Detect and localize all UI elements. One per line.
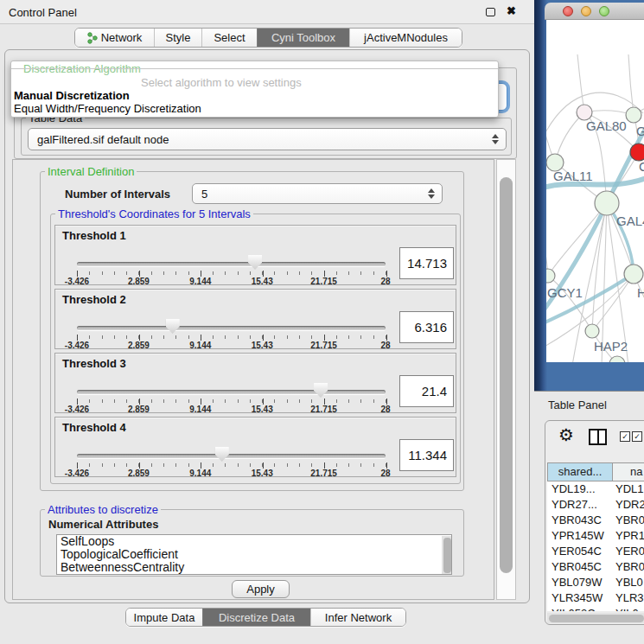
- table-row[interactable]: YER054CYER0: [547, 544, 644, 559]
- table-row[interactable]: YPR145WYPR1: [547, 528, 644, 544]
- slider-thumb[interactable]: [314, 383, 328, 398]
- combobox-arrows-icon: [492, 134, 500, 144]
- threshold-value-field[interactable]: 6.316: [399, 311, 454, 343]
- table-row[interactable]: YDL19...YDL1: [547, 481, 644, 497]
- tab-style[interactable]: Style: [154, 29, 201, 47]
- slider-thumb[interactable]: [215, 447, 229, 462]
- tick-label: 21.715: [310, 341, 337, 350]
- node-label-ga: GA: [636, 124, 644, 138]
- vertical-scrollbar[interactable]: [496, 159, 516, 600]
- threshold-label: Threshold 2: [62, 293, 126, 306]
- threshold-value-field[interactable]: 14.713: [399, 247, 454, 279]
- tab-label: Style: [166, 31, 191, 44]
- major-tick: [324, 271, 325, 277]
- node-label-h: H: [637, 285, 644, 300]
- zoom-traffic-light-icon[interactable]: [599, 6, 609, 16]
- slider-track[interactable]: [77, 262, 386, 266]
- tick-label: 2.859: [128, 469, 150, 478]
- attribute-list-item[interactable]: BetweennessCentrality: [57, 561, 451, 574]
- slider-thumb[interactable]: [166, 319, 180, 334]
- tick-label: -3.426: [65, 469, 89, 478]
- close-icon[interactable]: ✖: [507, 4, 516, 17]
- horizontal-scrollbar[interactable]: [547, 613, 644, 623]
- close-traffic-light-icon[interactable]: [563, 6, 573, 16]
- threshold-value-field[interactable]: 21.4: [399, 375, 454, 407]
- network-canvas[interactable]: GAL80 GA C GAL11 GAL4 GCY1 H HAP2: [546, 20, 644, 362]
- thresholds-group-label: Threshold's Coordinates for 5 Intervals: [55, 207, 253, 220]
- bottom-tabs: Impute Data Discretize Data Infer Networ…: [125, 608, 406, 627]
- table-cell: YPR1: [612, 528, 644, 544]
- slider-track[interactable]: [77, 390, 386, 394]
- column-header-shared[interactable]: shared...: [548, 463, 613, 481]
- number-of-intervals-combobox[interactable]: 5: [192, 183, 443, 204]
- scrollbar-thumb[interactable]: [500, 177, 513, 573]
- popup-item-manual-discretization[interactable]: Manual Discretization: [14, 89, 130, 102]
- float-window-icon[interactable]: [486, 8, 495, 16]
- list-scrollbar[interactable]: [442, 536, 452, 575]
- slider-track[interactable]: [77, 454, 386, 458]
- checked-checkbox-icon[interactable]: ✓: [620, 431, 630, 442]
- scrollbar-thumb[interactable]: [549, 615, 644, 622]
- attributes-group-label: Attributes to discretize: [45, 503, 161, 516]
- tab-cyni-toolbox[interactable]: Cyni Toolbox: [257, 29, 349, 47]
- table-data-combobox[interactable]: galFiltered.sif default node: [28, 128, 507, 150]
- threshold-1-slider[interactable]: [77, 255, 386, 272]
- tab-select[interactable]: Select: [201, 29, 257, 47]
- threshold-value-field[interactable]: 11.344: [399, 439, 454, 471]
- table-cell: YLR345W: [547, 590, 612, 606]
- table-row[interactable]: YBR043CYBR0: [547, 513, 644, 528]
- major-tick: [201, 462, 201, 469]
- table-row[interactable]: YLR345WYLR3: [547, 590, 644, 606]
- tick-label: 15.43: [252, 341, 273, 350]
- threshold-2-slider[interactable]: [77, 319, 386, 336]
- tab-jactivemnodules[interactable]: jActiveMNodules: [349, 29, 462, 47]
- table-cell: YBR0: [612, 513, 644, 528]
- node-label-gal11: GAL11: [553, 169, 593, 183]
- threshold-3-slider[interactable]: [77, 383, 386, 400]
- threshold-4-slider[interactable]: [77, 447, 386, 464]
- network-graph[interactable]: GAL80 GA C GAL11 GAL4 GCY1 H HAP2: [546, 20, 644, 362]
- tab-discretize-data[interactable]: Discretize Data: [202, 609, 310, 626]
- table-row[interactable]: YIL052CYIL0: [547, 606, 644, 611]
- attribute-list-item[interactable]: TopologicalCoefficient: [57, 548, 451, 561]
- tab-impute-data[interactable]: Impute Data: [126, 609, 202, 626]
- tick-label: 21.715: [310, 277, 337, 286]
- slider-tick-labels: -3.4262.8599.14415.4321.71528: [77, 341, 386, 350]
- tab-infer-network[interactable]: Infer Network: [310, 609, 405, 626]
- major-tick: [324, 335, 325, 341]
- node-hap2: [585, 324, 599, 338]
- table-cell: YER0: [612, 544, 644, 559]
- minimize-traffic-light-icon[interactable]: [581, 6, 591, 16]
- tab-label: jActiveMNodules: [364, 31, 448, 44]
- numerical-attributes-list[interactable]: SelfLoopsTopologicalCoefficientBetweenne…: [56, 534, 452, 575]
- table-panel-title: Table Panel: [548, 399, 607, 411]
- tick-label: -3.426: [65, 405, 89, 414]
- checked-checkbox-icon[interactable]: ✓: [632, 431, 642, 442]
- slider-thumb[interactable]: [248, 255, 262, 270]
- tick-label: 15.43: [252, 469, 273, 478]
- threshold-label: Threshold 3: [62, 357, 126, 370]
- tick-label: 2.859: [128, 341, 150, 350]
- tick-label: 9.144: [189, 341, 211, 350]
- table-cell: YDR2: [612, 497, 644, 513]
- scrollbar-thumb[interactable]: [443, 538, 451, 573]
- table-row[interactable]: YBR045CYBR0: [547, 559, 644, 575]
- slider-track[interactable]: [77, 326, 386, 330]
- gear-icon[interactable]: ⚙: [558, 426, 574, 443]
- popup-item-equal-width-frequency[interactable]: Equal Width/Frequency Discretization: [14, 102, 201, 115]
- tab-label: Infer Network: [325, 611, 392, 624]
- table-row[interactable]: YDR27...YDR2: [547, 497, 644, 513]
- tab-network[interactable]: Network: [75, 29, 154, 47]
- major-tick: [263, 335, 264, 341]
- major-tick: [324, 462, 325, 469]
- network-window-titlebar[interactable]: [545, 3, 644, 20]
- major-tick: [386, 462, 387, 469]
- column-header-name[interactable]: na: [613, 463, 644, 481]
- table-row[interactable]: YBL079WYBL0: [547, 575, 644, 590]
- interval-definition-label: Interval Definition: [45, 165, 137, 178]
- tick-label: 9.144: [189, 277, 211, 286]
- apply-button[interactable]: Apply: [232, 580, 290, 598]
- right-region: GAL80 GA C GAL11 GAL4 GCY1 H HAP2 Table …: [534, 0, 644, 644]
- attribute-list-item[interactable]: SelfLoops: [57, 535, 451, 548]
- columns-icon[interactable]: [589, 429, 607, 445]
